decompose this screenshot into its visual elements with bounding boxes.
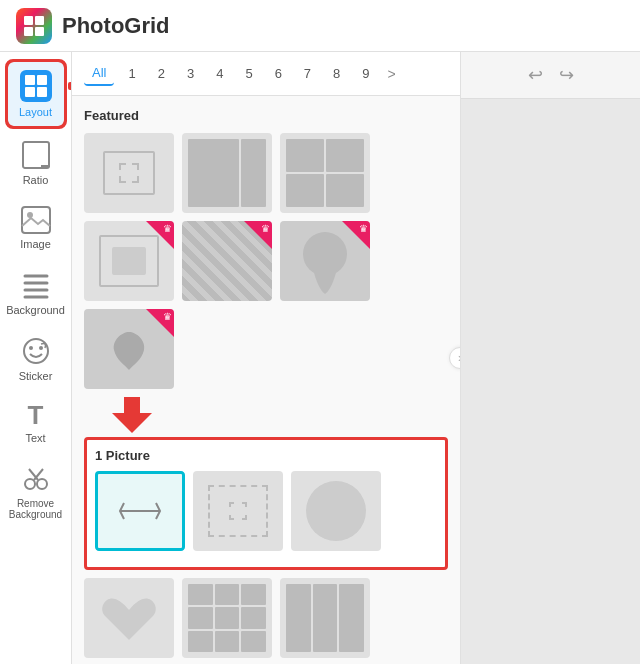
- tab-6[interactable]: 6: [267, 62, 290, 85]
- ratio-icon: [21, 140, 51, 170]
- sidebar-item-image-label: Image: [20, 238, 51, 250]
- sticker-icon: [21, 336, 51, 366]
- canvas-area: [461, 99, 640, 664]
- tab-3[interactable]: 3: [179, 62, 202, 85]
- sidebar-item-sticker-label: Sticker: [19, 370, 53, 382]
- one-pic-cell-3[interactable]: [291, 471, 381, 551]
- tab-more[interactable]: >: [388, 66, 396, 82]
- one-picture-section: 1 Picture: [84, 437, 448, 570]
- svg-point-13: [37, 479, 47, 489]
- grid-preview-9: [182, 578, 272, 658]
- premium-badge-2: ♛: [244, 221, 272, 249]
- grid-area: Featured: [72, 96, 460, 664]
- redo-button[interactable]: ↪: [559, 64, 574, 86]
- undo-button[interactable]: ↩: [528, 64, 543, 86]
- tab-7[interactable]: 7: [296, 62, 319, 85]
- grid-3x3-cell[interactable]: [182, 578, 272, 658]
- tabs-row: All 1 2 3 4 5 6 7 8 9 >: [72, 52, 460, 96]
- grid-preview-4: [280, 133, 370, 213]
- canvas-panel: ↩ ↪: [460, 52, 640, 664]
- svg-rect-2: [23, 142, 49, 168]
- one-picture-row: [95, 471, 437, 551]
- background-icon: [21, 270, 51, 300]
- tab-2[interactable]: 2: [150, 62, 173, 85]
- tab-1[interactable]: 1: [120, 62, 143, 85]
- arrow-down-annotation: [84, 397, 448, 433]
- featured-label: Featured: [84, 108, 448, 123]
- sidebar-item-background[interactable]: Background: [6, 262, 66, 324]
- sidebar-item-text[interactable]: T Text: [6, 394, 66, 452]
- text-icon: T: [28, 402, 44, 428]
- scissors-icon: [21, 464, 51, 494]
- sidebar-item-background-label: Background: [6, 304, 65, 316]
- svg-rect-3: [22, 207, 50, 233]
- horizontal-arrows-icon: [118, 493, 162, 529]
- svg-point-10: [29, 346, 33, 350]
- featured-row-2: ♛ ♛: [84, 221, 448, 389]
- vertical-strips-cell[interactable]: [280, 578, 370, 658]
- featured-premium-1[interactable]: ♛: [84, 221, 174, 301]
- content-panel: All 1 2 3 4 5 6 7 8 9 > Featured: [72, 52, 460, 664]
- crown-icon-2: ♛: [261, 223, 270, 234]
- featured-premium-2[interactable]: ♛: [182, 221, 272, 301]
- grid-preview-2col: [182, 133, 272, 213]
- down-arrow-svg: [112, 397, 152, 433]
- heart-icon: [99, 590, 159, 646]
- featured-cell-2[interactable]: [182, 133, 272, 213]
- app-title: PhotoGrid: [62, 13, 170, 39]
- arrow-expand-icon: [118, 162, 140, 184]
- tab-4[interactable]: 4: [208, 62, 231, 85]
- sidebar-item-ratio[interactable]: Ratio: [6, 132, 66, 194]
- sidebar-item-remove-background[interactable]: RemoveBackground: [6, 456, 66, 528]
- one-pic-cell-selected[interactable]: [95, 471, 185, 551]
- sidebar: Layout Ratio Image: [0, 52, 72, 664]
- circle-shape: [306, 481, 366, 541]
- sidebar-item-image[interactable]: Image: [6, 198, 66, 258]
- svg-point-4: [27, 212, 33, 218]
- premium-badge-4: ♛: [146, 309, 174, 337]
- featured-row-1: [84, 133, 448, 213]
- one-pic-cell-2[interactable]: [193, 471, 283, 551]
- sidebar-item-sticker[interactable]: Sticker: [6, 328, 66, 390]
- crown-icon-1: ♛: [163, 223, 172, 234]
- app-logo: [16, 8, 52, 44]
- app-header: PhotoGrid: [0, 0, 640, 52]
- tab-8[interactable]: 8: [325, 62, 348, 85]
- premium-badge-1: ♛: [146, 221, 174, 249]
- svg-point-11: [39, 346, 43, 350]
- featured-cell-1[interactable]: [84, 133, 174, 213]
- layout-icon: [20, 70, 52, 102]
- vertical-strips: [280, 578, 370, 658]
- crown-icon-3: ♛: [359, 223, 368, 234]
- expand-icon-2: [228, 501, 248, 521]
- sidebar-item-remove-bg-label: RemoveBackground: [9, 498, 62, 520]
- svg-rect-17: [124, 397, 140, 413]
- one-picture-label: 1 Picture: [95, 448, 437, 463]
- featured-cell-3[interactable]: [280, 133, 370, 213]
- main-layout: Layout Ratio Image: [0, 52, 640, 664]
- heart-cell[interactable]: [84, 578, 174, 658]
- svg-point-12: [25, 479, 35, 489]
- tab-9[interactable]: 9: [354, 62, 377, 85]
- crown-icon-4: ♛: [163, 311, 172, 322]
- image-icon: [21, 206, 51, 234]
- misc-row-1: [84, 578, 448, 658]
- premium-badge-3: ♛: [342, 221, 370, 249]
- canvas-toolbar: ↩ ↪: [461, 52, 640, 99]
- sidebar-item-layout-label: Layout: [19, 106, 52, 118]
- sidebar-item-ratio-label: Ratio: [23, 174, 49, 186]
- featured-premium-3[interactable]: ♛: [280, 221, 370, 301]
- tab-5[interactable]: 5: [237, 62, 260, 85]
- sidebar-item-text-label: Text: [25, 432, 45, 444]
- svg-point-9: [24, 339, 48, 363]
- tab-all[interactable]: All: [84, 61, 114, 86]
- featured-premium-4[interactable]: ♛: [84, 309, 174, 389]
- svg-marker-18: [112, 413, 152, 433]
- sidebar-item-layout[interactable]: Layout: [6, 60, 66, 128]
